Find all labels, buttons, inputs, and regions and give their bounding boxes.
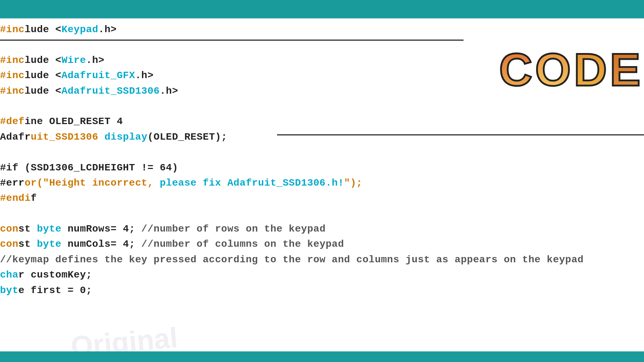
logo-letter-C: C	[499, 47, 532, 93]
code-line-blank3	[0, 145, 583, 160]
code-line-14: const byte numRows= 4; //number of rows …	[0, 221, 583, 237]
code-line-17: char customKey;	[0, 267, 583, 282]
code-logo: C O D E	[499, 47, 640, 93]
code-line-11: #error("Height incorrect, please fix Ada…	[0, 175, 583, 191]
main-area: #include <Keypad.h> #include <Wire.h> #i…	[0, 18, 644, 362]
code-line-8: Adafruit_SSD1306 display(OLED_RESET);	[0, 129, 583, 145]
code-line-7: #define OLED_RESET 4	[0, 114, 583, 129]
code-line-16: //keymap defines the key pressed accordi…	[0, 252, 583, 267]
code-line-3: #include <Wire.h>	[0, 53, 583, 68]
code-line-15: const byte numCols= 4; //number of colum…	[0, 237, 583, 252]
code-line-blank2	[0, 99, 583, 114]
code-line-blank1	[0, 37, 583, 52]
code-block: #include <Keypad.h> #include <Wire.h> #i…	[0, 18, 583, 298]
code-line-1: #include <Keypad.h>	[0, 22, 583, 37]
code-line-blank4	[0, 206, 583, 221]
code-line-18: byte first = 0;	[0, 283, 583, 298]
bottom-bar	[0, 351, 644, 362]
logo-letter-D: D	[574, 47, 607, 93]
logo-letter-E: E	[610, 47, 640, 93]
top-bar	[0, 0, 644, 18]
logo-letter-O: O	[535, 47, 571, 93]
code-line-5: #include <Adafruit_SSD1306.h>	[0, 83, 583, 99]
code-line-12: #endif	[0, 191, 583, 206]
code-line-4: #include <Adafruit_GFX.h>	[0, 68, 583, 83]
code-line-10: #if (SSD1306_LCDHEIGHT != 64)	[0, 160, 583, 175]
